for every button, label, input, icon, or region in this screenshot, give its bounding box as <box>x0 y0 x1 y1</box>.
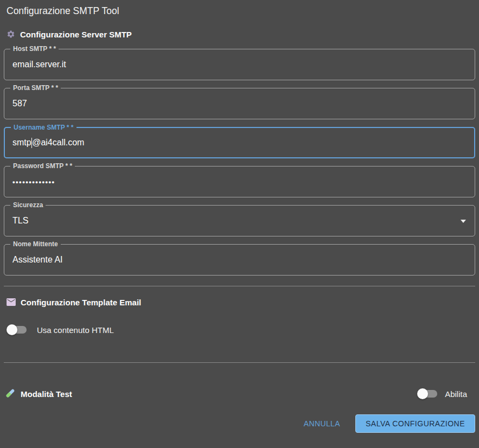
html-content-toggle-label: Usa contenuto HTML <box>37 325 114 335</box>
porta-smtp-field[interactable]: Porta SMTP * * 587 <box>4 88 475 119</box>
username-smtp-label: Username SMTP * * <box>11 124 76 132</box>
smtp-config-dialog: Configurazione SMTP Tool Configurazione … <box>0 0 479 433</box>
porta-smtp-value: 587 <box>12 99 27 108</box>
dialog-title: Configurazione SMTP Tool <box>0 0 479 17</box>
nome-mittente-label: Nome Mittente <box>10 240 61 248</box>
host-smtp-field[interactable]: Host SMTP * * email.server.it <box>4 49 475 80</box>
test-section-title: Modalità Test <box>21 389 72 399</box>
toggle-thumb <box>417 388 428 399</box>
server-section-title: Configurazione Server SMTP <box>20 30 132 39</box>
nome-mittente-field[interactable]: Nome Mittente Assistente AI <box>4 244 475 276</box>
host-smtp-value: email.server.it <box>12 60 66 69</box>
test-mode-toggle[interactable] <box>417 388 438 400</box>
host-smtp-label: Host SMTP * * <box>10 45 59 53</box>
template-section-header: Configurazione Template Email <box>7 297 479 307</box>
test-section-header: Modalità Test <box>4 387 72 401</box>
server-fields: Host SMTP * * email.server.it Porta SMTP… <box>0 49 479 276</box>
section-divider <box>4 286 475 286</box>
password-smtp-value: ••••••••••••• <box>12 178 55 186</box>
template-section-title: Configurazione Template Email <box>21 298 141 307</box>
cancel-button[interactable]: ANNULLA <box>296 415 348 432</box>
chevron-down-icon[interactable] <box>461 220 466 223</box>
test-mode-toggle-label: Abilita <box>445 389 467 399</box>
test-mode-toggle-group: Abilita <box>417 388 467 400</box>
section-divider <box>4 362 475 363</box>
html-content-toggle-row: Usa contenuto HTML <box>7 323 479 336</box>
porta-smtp-label: Porta SMTP * * <box>10 84 61 92</box>
sicurezza-value: TLS <box>12 216 28 226</box>
username-smtp-field[interactable]: Username SMTP * * smtp@ai4call.com <box>4 127 475 158</box>
sicurezza-select[interactable]: Sicurezza TLS <box>4 205 475 236</box>
test-mode-row: Modalità Test Abilita <box>4 386 467 401</box>
save-configuration-button[interactable]: SALVA CONFIGURAZIONE <box>355 414 475 433</box>
gear-icon <box>7 30 15 39</box>
sicurezza-label: Sicurezza <box>10 201 46 209</box>
dialog-actions: ANNULLA SALVA CONFIGURAZIONE <box>0 414 475 433</box>
username-smtp-value: smtp@ai4call.com <box>12 138 84 148</box>
test-tube-icon <box>4 387 16 401</box>
html-content-toggle[interactable] <box>7 324 27 336</box>
nome-mittente-value: Assistente AI <box>12 255 63 265</box>
envelope-icon <box>7 298 16 306</box>
password-smtp-label: Password SMTP * * <box>10 162 75 170</box>
toggle-thumb <box>7 324 17 335</box>
password-smtp-field[interactable]: Password SMTP * * ••••••••••••• <box>4 166 475 197</box>
server-section-header: Configurazione Server SMTP <box>7 29 479 39</box>
